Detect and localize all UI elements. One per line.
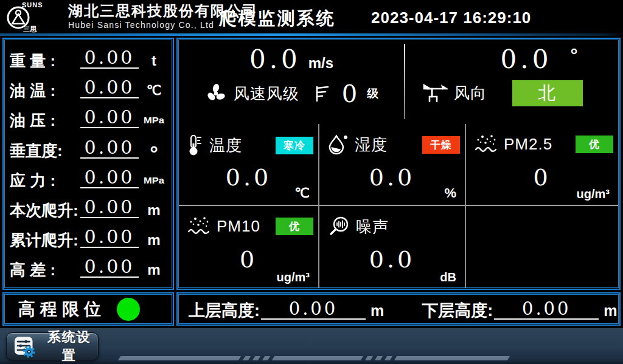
measure-label: 本次爬升: (10, 201, 79, 219)
noise-icon (328, 216, 350, 238)
elevation-limit-label: 高程限位 (18, 298, 106, 321)
measure-unit: ° (141, 146, 167, 160)
measure-row-current-climb: 本次爬升: 0.00 m (10, 193, 167, 223)
lower-height-group: 下层高度: 0.00 m (422, 300, 617, 320)
dust-icon (187, 216, 211, 236)
measure-unit: MPa (140, 111, 168, 129)
measure-unit: m (141, 261, 167, 279)
droplet-icon (328, 134, 349, 156)
wind-section: 0.0 m/s 风速风级 (179, 40, 618, 124)
thermometer-icon (187, 134, 203, 157)
taskbar-decoration (119, 356, 509, 360)
header: SUNS 三思 湖北三思科技股份有限公司 Hubei Sansi Technol… (0, 0, 623, 33)
sensor-label: 湿度 (355, 134, 388, 156)
measure-label: 高 差 : (10, 261, 79, 279)
logo-sansi-text: 三思 (23, 25, 37, 34)
measure-row-height-diff: 高 差 : 0.00 m (10, 253, 167, 283)
sensor-value: 0.0 (319, 246, 465, 273)
measure-unit: ℃ (141, 81, 167, 100)
sensor-unit: ℃ (294, 185, 310, 201)
wind-level-unit: 级 (367, 86, 378, 101)
wind-direction-unit: ° (570, 46, 577, 64)
measure-value: 0.00 (80, 257, 139, 278)
sensor-label: 噪声 (356, 216, 389, 238)
dust-icon (475, 134, 498, 154)
sensor-cell-empty (466, 206, 618, 288)
datetime-display: 2023-04-17 16:29:10 (371, 9, 531, 27)
status-badge: 优 (576, 136, 613, 153)
header-divider (0, 33, 623, 36)
sensor-cell-noise: 噪声 0.0 dB (319, 206, 466, 288)
measurement-panel: 重 量 : 0.00 t 油 温 : 0.00 ℃ 油 压 : 0.00 MPa… (2, 38, 174, 290)
sensor-value: 0.0 (319, 164, 465, 191)
wind-direction-value: 0.0 (501, 45, 552, 74)
sensor-cell-humidity: 湿度 干燥 0.0 % (319, 124, 466, 206)
wind-speed-label: 风速风级 (234, 83, 299, 105)
measure-value: 0.00 (80, 138, 139, 159)
measure-label: 累计爬升: (10, 231, 79, 249)
upper-height-group: 上层高度: 0.00 m (189, 300, 384, 320)
measure-value: 0.00 (80, 197, 139, 218)
sensor-cell-temperature: 温度 寒冷 0.0 ℃ (179, 124, 319, 206)
layer-heights-panel: 上层高度: 0.00 m 下层高度: 0.00 m (176, 292, 621, 326)
sensor-unit: ug/m³ (577, 187, 610, 201)
sensor-label: PM2.5 (504, 135, 552, 154)
lower-height-unit: m (604, 301, 617, 320)
measure-row-oil-pressure: 油 压 : 0.00 MPa (10, 103, 167, 133)
wind-speed-block: 0.0 m/s 风速风级 (179, 40, 404, 124)
sensor-unit: dB (440, 270, 456, 284)
measure-row-verticality: 垂直度: 0.00 ° (10, 133, 167, 163)
sensor-label: PM10 (217, 217, 260, 236)
elevation-limit-panel: 高程限位 (2, 292, 174, 326)
status-badge: 寒冷 (276, 137, 313, 154)
measure-row-stress: 应 力 : 0.00 MPa (10, 163, 167, 193)
elevation-limit-indicator (117, 298, 140, 321)
sensor-grid: 温度 寒冷 0.0 ℃ 湿度 干燥 0.0 % (179, 124, 618, 288)
measure-label: 油 温 : (10, 81, 79, 100)
upper-height-label: 上层高度: (189, 301, 260, 320)
settings-button-label: 系统设置 (40, 328, 98, 364)
wind-level-value: 0 (342, 81, 357, 106)
wind-level-icon (314, 84, 330, 103)
taskbar: 系统设置 (0, 328, 623, 364)
environment-panel: 0.0 m/s 风速风级 (176, 38, 621, 290)
measure-value: 0.00 (80, 78, 139, 98)
measure-value: 0.00 (80, 168, 139, 188)
sensor-cell-pm25: PM2.5 优 0 ug/m³ (466, 124, 618, 206)
wind-vane-icon (422, 83, 448, 104)
status-badge: 优 (276, 218, 313, 235)
measure-label: 应 力 : (10, 171, 79, 190)
sensor-value: 0 (179, 246, 318, 273)
page-title: 爬模监测系统 (212, 7, 343, 31)
measure-label: 垂直度: (10, 142, 79, 160)
sensor-cell-pm10: PM10 优 0 ug/m³ (179, 206, 319, 288)
upper-height-unit: m (371, 301, 384, 320)
measure-value: 0.00 (80, 227, 139, 248)
sensor-unit: ug/m³ (277, 270, 310, 284)
measure-row-oil-temp: 油 温 : 0.00 ℃ (10, 74, 167, 103)
upper-height-value: 0.00 (261, 300, 366, 320)
measure-label: 油 压 : (10, 111, 79, 129)
company-logo: SUNS 三思 (4, 0, 71, 33)
climbing-formwork-monitor-screen: SUNS 三思 湖北三思科技股份有限公司 Hubei Sansi Technol… (0, 0, 623, 364)
lower-height-label: 下层高度: (422, 301, 493, 320)
wind-direction-label: 风向 (454, 83, 487, 104)
sensor-unit: % (444, 185, 456, 201)
settings-sliders-gear-icon (14, 335, 35, 358)
measure-value: 0.00 (80, 48, 139, 69)
wind-direction-block: 0.0 ° 风向 (405, 40, 618, 124)
system-settings-button[interactable]: 系统设置 (6, 332, 99, 360)
measure-label: 重 量 : (10, 52, 79, 70)
sensor-label: 温度 (209, 135, 242, 156)
status-badge: 干燥 (422, 136, 460, 154)
wind-direction-badge: 北 (512, 80, 583, 106)
measure-row-total-climb: 累计爬升: 0.00 m (10, 223, 167, 253)
lower-height-value: 0.00 (494, 300, 599, 320)
measure-unit: m (141, 231, 167, 249)
measure-value: 0.00 (80, 108, 139, 128)
fan-icon (204, 82, 228, 105)
measure-row-weight: 重 量 : 0.00 t (10, 44, 167, 74)
wind-speed-value: 0.0 (249, 45, 301, 74)
measure-unit: MPa (140, 171, 168, 190)
measure-unit: m (141, 201, 167, 219)
